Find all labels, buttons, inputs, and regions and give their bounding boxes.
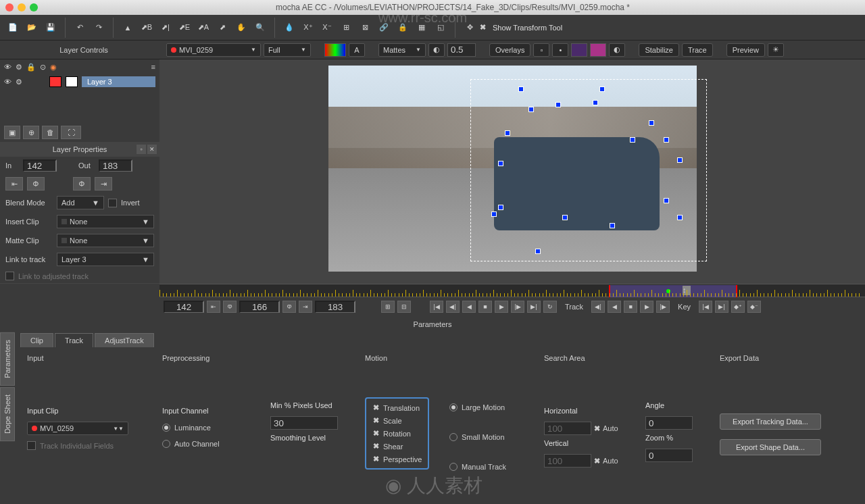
group-layers-icon[interactable]: ▣ <box>4 126 20 139</box>
layer-row[interactable]: 👁 ⚙ Layer 3 <box>0 74 159 89</box>
tracker-point[interactable] <box>649 120 654 126</box>
insert-clip-dropdown[interactable]: None▼ <box>57 215 154 228</box>
xplus-tool-icon[interactable]: X⁺ <box>299 19 317 36</box>
spline-overlay-icon[interactable]: • <box>552 43 568 57</box>
out-frame-display[interactable] <box>315 301 355 313</box>
manual-track-radio[interactable] <box>449 463 458 471</box>
close-tool-icon[interactable]: ✖ <box>480 23 486 32</box>
stabilize-button[interactable]: Stabilize <box>639 43 679 57</box>
alpha-value-input[interactable] <box>447 43 476 57</box>
auto-channel-radio[interactable] <box>162 440 170 448</box>
reset-in-icon[interactable]: Φ <box>223 301 237 313</box>
out-auto-icon[interactable]: Φ <box>73 177 91 191</box>
close-icon[interactable]: ✕ <box>147 145 157 154</box>
zoom-input[interactable] <box>645 449 693 462</box>
paint-tool-icon[interactable]: 💧 <box>280 19 298 36</box>
perspective-check[interactable]: ✖Perspective <box>369 453 425 465</box>
track-back-one-icon[interactable]: ◀ <box>608 301 621 313</box>
vertical-input[interactable] <box>544 454 591 468</box>
tracker-point[interactable] <box>610 223 615 228</box>
move-tool-icon[interactable]: ✥ <box>461 19 478 36</box>
tracker-point[interactable] <box>630 137 635 143</box>
translation-check[interactable]: ✖Translation <box>369 401 425 414</box>
surface-box[interactable] <box>470 79 707 261</box>
stop-icon[interactable]: ■ <box>478 301 492 313</box>
tracker-point[interactable] <box>677 215 683 220</box>
small-motion-radio[interactable] <box>449 433 458 441</box>
save-file-icon[interactable]: 💾 <box>42 19 59 36</box>
matte-clip-dropdown[interactable]: None▼ <box>57 234 154 247</box>
tracker-point[interactable] <box>498 161 503 166</box>
out-frame-input[interactable] <box>99 159 132 172</box>
surface-overlay-icon[interactable] <box>571 43 587 57</box>
horizontal-input[interactable] <box>544 422 591 435</box>
tracker-point[interactable] <box>518 86 524 92</box>
add-key-icon[interactable]: ◆⁺ <box>731 301 745 313</box>
tangent-overlay-icon[interactable]: ◐ <box>609 43 625 57</box>
new-file-icon[interactable]: 📄 <box>4 19 22 36</box>
layer-name-label[interactable]: Layer 3 <box>82 76 155 87</box>
tracker-point[interactable] <box>498 205 503 210</box>
matte-color-swatch[interactable] <box>66 76 78 87</box>
track-tab[interactable]: Track <box>55 333 93 347</box>
luminance-radio[interactable] <box>162 424 170 432</box>
link-tool-icon[interactable]: 🔗 <box>375 19 393 36</box>
clip-selector[interactable]: MVI_0259 ▼ <box>166 43 261 57</box>
tracker-point[interactable] <box>664 137 669 143</box>
parameters-side-tab[interactable]: Parameters <box>0 332 15 386</box>
reset-out-icon[interactable]: Φ <box>282 301 296 313</box>
step-back-icon[interactable]: ◀| <box>446 301 460 313</box>
alpha-toggle-button[interactable]: ◐ <box>428 43 445 57</box>
angle-input[interactable] <box>645 416 693 430</box>
mattes-dropdown[interactable]: Mattes ▼ <box>378 43 426 57</box>
tracker-point[interactable] <box>599 86 605 92</box>
input-clip-dropdown[interactable]: MVI_0259 ▼▼ <box>27 422 128 435</box>
next-key-icon[interactable]: ▶| <box>715 301 728 313</box>
prev-key-icon[interactable]: |◀ <box>699 301 712 313</box>
in-start-icon[interactable]: ⇤ <box>5 177 23 191</box>
tracker-point[interactable] <box>528 107 534 112</box>
adjust-track-tab[interactable]: AdjustTrack <box>95 333 154 347</box>
current-frame-display[interactable] <box>239 301 280 313</box>
viewmode-selector[interactable]: Full ▼ <box>264 43 311 57</box>
minimize-window[interactable] <box>18 3 26 11</box>
link-track-dropdown[interactable]: Layer 3▼ <box>57 253 154 266</box>
brightness-icon[interactable]: ☀ <box>768 43 784 57</box>
tracker-point[interactable] <box>562 215 568 220</box>
grid-overlay-icon[interactable] <box>590 43 606 57</box>
layers-overlay-icon[interactable]: ▫ <box>533 43 549 57</box>
trace-button[interactable]: Trace <box>682 43 713 57</box>
keyframe-marker[interactable] <box>666 289 670 293</box>
menu-icon[interactable]: ≡ <box>151 63 155 71</box>
spline-tool-icon[interactable]: ⊞ <box>337 19 355 36</box>
color-icon[interactable]: ◉ <box>50 63 57 72</box>
go-start-icon[interactable]: |◀ <box>430 301 443 313</box>
cog-icon[interactable]: ⊙ <box>40 63 46 72</box>
detach-icon[interactable]: ▫ <box>137 145 146 154</box>
tracker-point[interactable] <box>535 249 541 254</box>
horizontal-auto-label[interactable]: Auto <box>603 424 618 432</box>
tracker-point[interactable] <box>505 130 510 136</box>
blend-mode-dropdown[interactable]: Add▼ <box>57 196 104 209</box>
fit-layer-icon[interactable]: ⛶ <box>61 126 81 139</box>
spline-color-swatch[interactable] <box>49 76 61 87</box>
alpha-display-button[interactable]: A <box>349 43 365 57</box>
close-window[interactable] <box>5 3 14 11</box>
tracker-point[interactable] <box>664 198 669 203</box>
set-out-icon[interactable]: ⇥ <box>299 301 312 313</box>
del-key-icon[interactable]: ◆⁻ <box>747 301 761 313</box>
shear-check[interactable]: ✖Shear <box>369 440 425 453</box>
go-end-icon[interactable]: ▶| <box>527 301 541 313</box>
min-pixels-input[interactable] <box>270 416 338 430</box>
gear-icon[interactable]: ⚙ <box>16 78 22 86</box>
redo-icon[interactable]: ↷ <box>90 19 107 36</box>
preview-button[interactable]: Preview <box>726 43 765 57</box>
play-back-icon[interactable]: ◀ <box>462 301 476 313</box>
clip-tab[interactable]: Clip <box>20 333 53 347</box>
corner-tool-icon[interactable]: ◱ <box>432 19 449 36</box>
hand-tool-icon[interactable]: ✋ <box>232 19 250 36</box>
select-tool-icon[interactable]: ⬈ <box>214 19 231 36</box>
xminus-tool-icon[interactable]: X⁻ <box>318 19 336 36</box>
play-icon[interactable]: ▶ <box>495 301 508 313</box>
invert-checkbox[interactable] <box>108 199 117 207</box>
